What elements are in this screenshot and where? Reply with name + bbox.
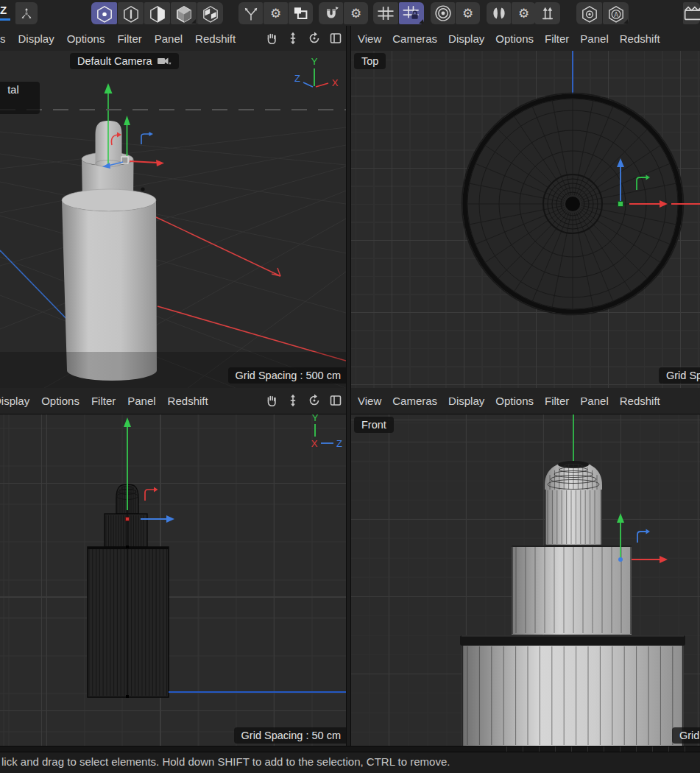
perspective-grid [0,127,346,388]
camera-icon [158,56,172,66]
bottle-model[interactable] [460,461,685,746]
viewport-label: Top [354,53,386,69]
menu-view[interactable]: View [358,32,381,45]
gear-icon: ⚙ [270,7,281,20]
pan-hand-icon[interactable] [264,393,279,408]
display-mode-broken-button[interactable] [197,2,223,24]
hexagon-line-icon [120,4,142,24]
menu-options[interactable]: Options [495,395,534,407]
symmetry-button[interactable] [487,2,511,24]
grid-spacing-label: Grid Spacing : 50 cm [234,727,346,744]
timeline-ticks [506,746,700,752]
menu-filter[interactable]: Filter [117,32,141,45]
snap-settings-button[interactable]: ⚙ [344,2,368,24]
status-message: lick and drag to select elements. Hold d… [1,755,450,768]
bottle-wireframe-silhouette[interactable] [88,484,169,698]
display-mode-dot-button[interactable] [91,2,117,24]
viewport-front[interactable]: Front Grid [350,414,700,746]
menu-display[interactable]: Display [0,395,29,407]
dropdown-corner [419,19,423,24]
layout-toggle-icon[interactable] [328,31,343,46]
svg-text:A: A [614,10,618,18]
viewport-splitter[interactable] [346,26,351,746]
display-mode-solid-button[interactable] [171,2,197,24]
menu-panel[interactable]: Panel [127,395,155,407]
menu-view[interactable]: View [358,395,381,407]
axis-tool-button[interactable] [238,2,263,24]
menu-panel[interactable]: Panel [155,32,183,45]
dolly-icon[interactable] [286,393,300,408]
grid-lock-button[interactable] [399,2,424,24]
double-up-arrows-icon [537,4,558,23]
coordinate-system-button[interactable] [15,2,38,24]
hexagon-broken-icon [199,4,222,24]
viewport-right[interactable]: Y X Z Grid Spacing : 50 cm [0,414,346,746]
menu-cameras[interactable]: Cameras [392,395,437,407]
snap-button[interactable] [319,2,343,24]
pan-hand-icon[interactable] [264,31,279,46]
menu-redshift[interactable]: Redshift [620,32,660,45]
menu-redshift[interactable]: Redshift [168,395,208,407]
filter-hex-a-button[interactable]: A [603,2,629,24]
menu-options[interactable]: Options [495,32,534,45]
swap-button[interactable] [535,2,560,24]
gear-icon: ⚙ [462,7,473,20]
filter-hex-eye-button[interactable] [576,2,602,24]
gear-icon: ⚙ [350,7,361,20]
grid-spacing-label-partial: Grid Sp [659,367,700,384]
viewport-perspective[interactable]: Y Z X Default Camera tal Grid Spacing : … [0,51,346,388]
camera-label-pill[interactable]: Default Camera [70,53,179,69]
target-settings-button[interactable]: ⚙ [456,2,480,24]
horizon-line [0,109,346,110]
menu-filter[interactable]: Filter [545,32,569,45]
menu-redshift[interactable]: Redshift [620,395,660,407]
workplane-squares-icon [291,4,311,23]
axis-settings-button[interactable]: ⚙ [264,2,288,24]
menu-cameras[interactable]: Cameras [392,32,437,45]
menu-filter[interactable]: Filter [91,395,116,407]
dolly-icon[interactable] [286,31,300,46]
display-mode-line-button[interactable] [118,2,144,24]
grid-icon [375,4,396,23]
dropdown-corner [623,19,628,24]
grid-spacing-label-partial: Grid [672,727,700,744]
axis-x-label: X [332,77,339,88]
layout-toggle-icon[interactable] [328,393,343,408]
viewport-top[interactable]: Top Grid Sp [350,51,700,388]
axis-z-label: Z [294,73,300,84]
menu-display[interactable]: Display [18,32,54,45]
grid-button[interactable] [373,2,398,24]
rotate-orbit-icon[interactable] [307,31,322,46]
axis-orientation-gizmo: Y Z X [294,56,339,88]
tooltip-partial-pill: tal [0,82,40,114]
axis-z-label: Z [336,438,342,449]
menu-panel[interactable]: Panel [580,395,608,407]
axis-y-label: Y [312,414,319,423]
menu-redshift[interactable]: Redshift [195,32,236,45]
rotate-orbit-icon[interactable] [307,393,322,408]
menu-cameras-partial[interactable]: s [0,32,6,45]
right-scene: Y X Z [0,414,346,746]
symmetry-settings-button[interactable]: ⚙ [512,2,536,24]
menu-display[interactable]: Display [448,32,484,45]
menu-filter[interactable]: Filter [545,395,569,407]
coordinate-system-icon [19,6,34,21]
menu-options[interactable]: Options [67,32,105,45]
axis-x-label: X [311,438,318,449]
axis-z-label: Z [0,4,7,16]
menu-panel[interactable]: Panel [580,32,608,45]
target-button[interactable] [431,2,455,24]
front-scene [350,414,700,746]
dropdown-corner [191,19,196,24]
workplane-button[interactable] [289,2,313,24]
axis-z-toggle[interactable]: Z [0,4,12,23]
viewport-nav-icons [264,388,343,413]
concentric-circles-icon [433,4,453,23]
camera-label: Default Camera [77,55,152,67]
display-mode-half-button[interactable] [144,2,170,24]
menu-options[interactable]: Options [41,395,79,407]
axis-z-active-bar [0,18,10,21]
render-button[interactable] [683,2,700,24]
menu-display[interactable]: Display [448,395,484,407]
viewport-nav-icons [264,26,343,51]
